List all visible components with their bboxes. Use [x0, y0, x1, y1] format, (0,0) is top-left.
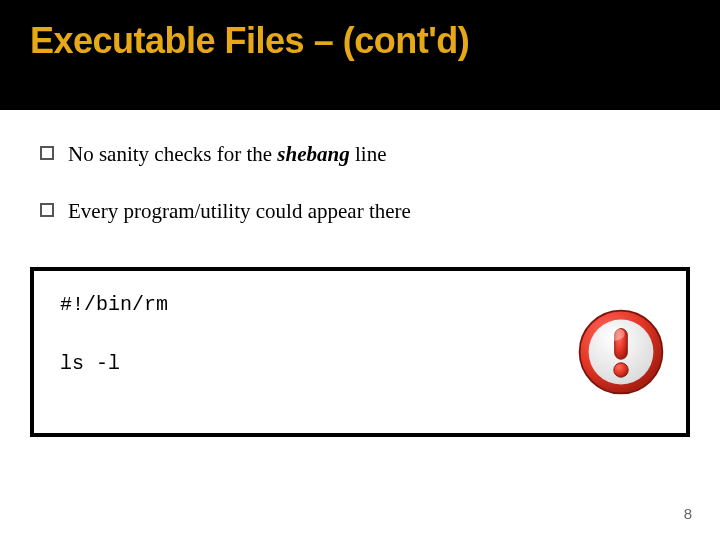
bullet-pre: No sanity checks for the: [68, 142, 277, 166]
code-example-box: #!/bin/rm ls -l: [30, 267, 690, 437]
bullet-text: No sanity checks for the shebang line: [68, 140, 386, 169]
slide-title: Executable Files – (cont'd): [30, 20, 690, 62]
warning-exclamation-icon: [576, 307, 666, 397]
slide-content: No sanity checks for the shebang line Ev…: [0, 110, 720, 227]
svg-point-3: [614, 363, 628, 377]
svg-point-4: [599, 327, 624, 341]
bullet-post: line: [350, 142, 387, 166]
bullet-item: No sanity checks for the shebang line: [40, 140, 680, 169]
code-line: ls -l: [60, 352, 660, 375]
bullet-em: shebang: [277, 142, 349, 166]
code-line: #!/bin/rm: [60, 293, 660, 316]
bullet-text: Every program/utility could appear there: [68, 197, 411, 226]
square-bullet-icon: [40, 203, 54, 217]
slide-header: Executable Files – (cont'd): [0, 0, 720, 110]
bullet-pre: Every program/utility could appear there: [68, 199, 411, 223]
bullet-item: Every program/utility could appear there: [40, 197, 680, 226]
page-number: 8: [684, 505, 692, 522]
square-bullet-icon: [40, 146, 54, 160]
